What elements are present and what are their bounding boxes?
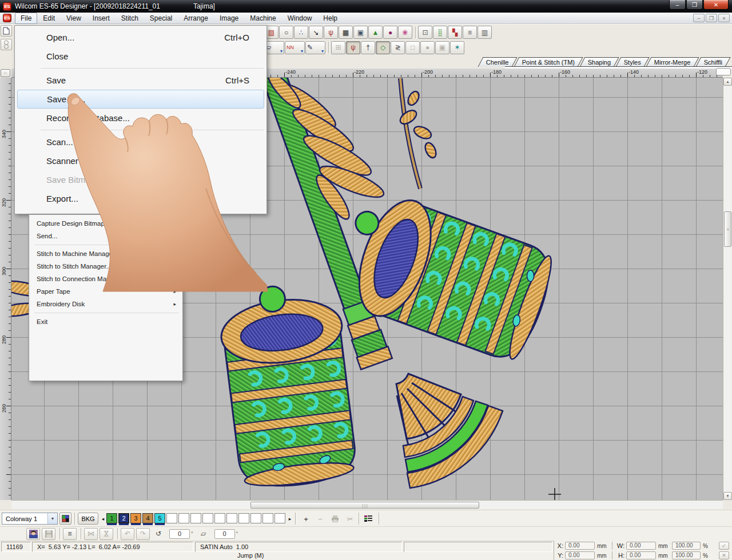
empty-color-chip[interactable] <box>202 513 213 523</box>
menu-item-save[interactable]: SaveCtrl+S <box>17 71 264 90</box>
rotate-right-button[interactable]: ↷ <box>136 528 150 540</box>
star-shape-button[interactable]: ✶ <box>450 41 464 54</box>
flower-art-button[interactable]: ❀ <box>398 26 412 39</box>
empty-color-chip[interactable] <box>226 513 237 523</box>
color-chip-3[interactable]: 3 <box>130 513 141 523</box>
h-percent-input[interactable]: 100.00 <box>672 551 701 559</box>
menubar-item-window[interactable]: Window <box>282 13 318 24</box>
scroll-down-button[interactable]: ▼ <box>723 492 732 500</box>
menu-item-scan-[interactable]: Scan... <box>17 133 264 151</box>
object-properties-button[interactable]: ≡ <box>63 528 77 540</box>
menu-item-close[interactable]: Close <box>17 47 264 66</box>
color-chip-5[interactable]: 5 <box>154 513 165 523</box>
mdi-minimize-button[interactable]: – <box>693 14 705 22</box>
menu-item-exit[interactable]: Exit <box>31 315 181 328</box>
grid-button[interactable]: ▦ <box>339 26 353 39</box>
export-design-button[interactable]: ▥ <box>478 26 492 39</box>
ring-tool-button[interactable] <box>1 39 12 50</box>
menubar-item-special[interactable]: Special <box>144 13 178 24</box>
menu-item-paper-tape[interactable]: Paper Tape▸ <box>31 285 181 298</box>
needle-penetration-button[interactable]: ψ <box>324 26 338 39</box>
remove-color-button[interactable]: − <box>314 513 327 525</box>
empty-color-chip[interactable] <box>166 513 177 523</box>
run-stitch-button[interactable]: ∴ <box>294 26 308 39</box>
stitch-list-button[interactable]: ≡ <box>463 26 477 39</box>
prev-color-arrow[interactable]: ◂ <box>100 514 106 524</box>
needle-point-button[interactable]: ψ <box>346 41 360 54</box>
horizontal-scroll-thumb[interactable]: | | | <box>250 502 479 509</box>
menubar-item-insert[interactable]: Insert <box>87 13 116 24</box>
node-edit-button[interactable]: ◇ <box>376 41 390 54</box>
rotate-angle-input[interactable]: 0 <box>169 529 190 539</box>
colorway-select[interactable]: Colorway 1 ▼ <box>2 513 58 525</box>
screen-capture-button[interactable]: ⊡ <box>418 26 432 39</box>
tab-point-stitch-tm-[interactable]: Point & Stitch (TM) <box>514 57 583 67</box>
add-color-button[interactable]: + <box>300 513 312 525</box>
tab-styles[interactable]: Styles <box>616 57 650 67</box>
design-thumbnail-button[interactable] <box>26 528 40 540</box>
reshape-tool-button[interactable]: ▱▾ <box>264 41 284 54</box>
menubar-item-view[interactable]: View <box>61 13 87 24</box>
overlap-window-button[interactable]: ▣ <box>353 26 368 39</box>
menu-item-save-bitmap-[interactable]: Save Bitmap... <box>17 170 264 189</box>
color-film-button[interactable]: ● <box>383 26 397 39</box>
apply-button[interactable]: ✓ <box>719 542 729 550</box>
empty-color-chip[interactable] <box>274 513 285 523</box>
y-input[interactable]: 0.00 <box>565 551 595 559</box>
mdi-restore-button[interactable]: ❐ <box>706 14 717 22</box>
stitch-count-button[interactable]: NN▾ <box>285 41 305 54</box>
color-chip-1[interactable]: 1 <box>106 513 117 523</box>
menubar-item-file[interactable]: File <box>15 13 37 24</box>
menu-item-stitch-to-machine-manager-[interactable]: Stitch to Machine Manager... <box>31 247 181 260</box>
pin-button[interactable]: † <box>361 41 375 54</box>
menubar-item-arrange[interactable]: Arrange <box>178 13 214 24</box>
vertical-scroll-thumb[interactable]: ≡ <box>724 211 731 247</box>
empty-color-chip[interactable] <box>250 513 261 523</box>
measure-arrow-button[interactable]: ↘ <box>309 26 323 39</box>
new-design-button[interactable] <box>1 25 12 37</box>
ellipse-tool-button[interactable]: ○ <box>279 26 293 39</box>
menu-item-capture-design-bitmap[interactable]: Capture Design Bitmap <box>31 217 181 230</box>
next-color-arrow[interactable]: ▸ <box>287 514 293 524</box>
empty-color-chip[interactable] <box>214 513 225 523</box>
close-button[interactable]: ✕ <box>703 0 729 10</box>
menubar-item-image[interactable]: Image <box>214 13 244 24</box>
circle-tool-button[interactable]: ● <box>420 41 435 54</box>
menu-item-export-[interactable]: Export... <box>17 189 264 208</box>
vertical-scrollbar[interactable]: ▲ ≡ ▼ <box>723 78 732 500</box>
scroll-up-button[interactable]: ▲ <box>723 78 732 86</box>
color-chip-4[interactable]: 4 <box>142 513 153 523</box>
tab-chenille[interactable]: Chenille <box>478 57 517 67</box>
empty-color-chip[interactable] <box>238 513 249 523</box>
empty-color-chip[interactable] <box>262 513 273 523</box>
pen-tool-button[interactable]: ✎▾ <box>305 41 325 54</box>
color-chip-2[interactable]: 2 <box>118 513 129 523</box>
menu-item-stitch-to-connection-manager-[interactable]: Stitch to Connection Manager... <box>31 273 181 285</box>
menubar-item-stitch[interactable]: Stitch <box>116 13 144 24</box>
cancel-button[interactable]: ✕ <box>719 551 729 559</box>
menu-item-stitch-to-stitch-manager-[interactable]: Stitch to Stitch Manager... <box>31 260 181 273</box>
mirror-vertical-button[interactable]: ⋈ <box>100 528 113 540</box>
cut-colors-button[interactable]: ✂ <box>344 513 356 525</box>
outline-design-button[interactable]: □ <box>405 41 420 54</box>
menu-item-save-as-[interactable]: Save As... <box>17 90 264 109</box>
colorway-editor-button[interactable] <box>59 513 71 525</box>
tab-mirror-merge[interactable]: Mirror-Merge <box>646 57 699 67</box>
dot-matrix-button[interactable]: ⣿ <box>433 26 447 39</box>
tab-schiffli[interactable]: Schiffli <box>695 57 730 67</box>
rotate-left-button[interactable]: ↶ <box>121 528 134 540</box>
background-picture-button[interactable]: ▲ <box>368 26 383 39</box>
color-blocks-button[interactable]: ▚ <box>448 26 462 39</box>
mdi-close-button[interactable]: × <box>718 14 730 22</box>
restore-button[interactable]: ❐ <box>686 0 703 10</box>
mirror-horizontal-button[interactable]: ⋈ <box>84 528 98 540</box>
ruler-corner-button[interactable]: ∷ <box>1 69 10 77</box>
color-list-button[interactable] <box>362 513 375 525</box>
w-percent-input[interactable]: 100.00 <box>672 542 701 550</box>
print-colors-button[interactable] <box>329 513 341 525</box>
empty-color-chip[interactable] <box>178 513 189 523</box>
menu-item-record-to-database-[interactable]: Record to Database... <box>17 109 264 127</box>
menu-item-embroidery-disk[interactable]: Embroidery Disk▸ <box>31 298 181 310</box>
menubar-item-machine[interactable]: Machine <box>244 13 281 24</box>
background-color-button[interactable]: BKG <box>78 513 98 525</box>
